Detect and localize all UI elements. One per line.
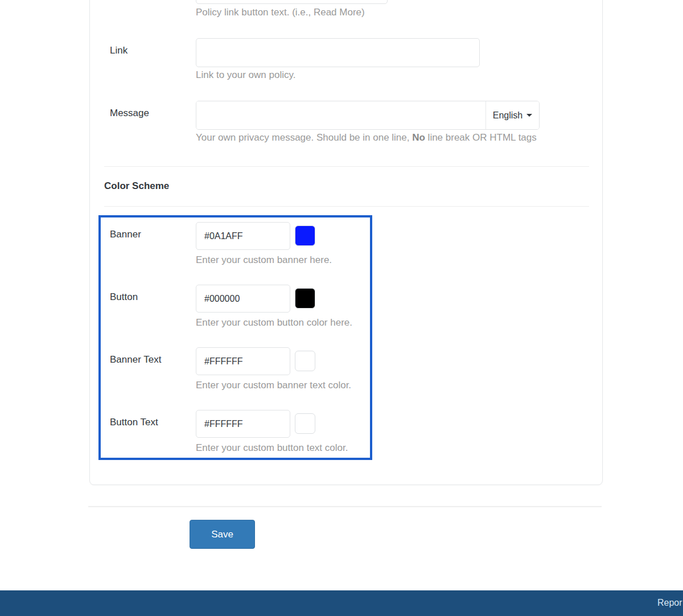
settings-page: Policy link button text. (i.e., Read Mor… <box>0 0 683 616</box>
message-input[interactable] <box>196 101 485 129</box>
save-button[interactable]: Save <box>190 520 255 549</box>
message-field-label: Message <box>110 107 149 120</box>
button-color-input[interactable] <box>196 285 290 313</box>
link-input[interactable] <box>196 38 480 67</box>
settings-card: Policy link button text. (i.e., Read Mor… <box>89 0 603 485</box>
message-help-bold: No <box>412 132 425 143</box>
caret-down-icon <box>526 114 532 117</box>
footer-bar: Repor <box>0 590 683 616</box>
banner-color-input[interactable] <box>196 222 290 250</box>
banner-color-swatch[interactable] <box>295 225 315 246</box>
color-scheme-heading: Color Scheme <box>104 180 169 192</box>
banner-color-label: Banner <box>110 228 141 241</box>
message-help-suffix: line break OR HTML tags <box>425 132 537 143</box>
link-field-label: Link <box>110 44 127 57</box>
language-dropdown-label: English <box>493 110 522 121</box>
policy-button-text-help: Policy link button text. (i.e., Read Mor… <box>196 6 365 19</box>
button-text-color-input[interactable] <box>196 410 290 438</box>
banner-text-color-swatch[interactable] <box>295 351 315 371</box>
page-divider <box>88 506 602 508</box>
section-divider-bottom <box>104 206 589 207</box>
banner-color-help: Enter your custom banner here. <box>196 254 332 266</box>
policy-button-text-input[interactable] <box>196 0 388 4</box>
button-text-color-label: Button Text <box>110 416 158 429</box>
message-input-group: English <box>196 101 540 130</box>
footer-report-link[interactable]: Repor <box>657 598 682 608</box>
message-help-prefix: Your own privacy message. Should be in o… <box>196 132 412 143</box>
button-text-color-help: Enter your custom button text color. <box>196 442 348 454</box>
message-field-help: Your own privacy message. Should be in o… <box>196 132 537 144</box>
button-text-color-swatch[interactable] <box>295 413 315 434</box>
link-field-help: Link to your own policy. <box>196 69 295 81</box>
banner-text-color-input[interactable] <box>196 347 290 375</box>
banner-text-color-help: Enter your custom banner text color. <box>196 379 351 392</box>
button-color-help: Enter your custom button color here. <box>196 317 352 329</box>
language-dropdown-button[interactable]: English <box>485 101 539 129</box>
section-divider-top <box>104 166 589 167</box>
banner-text-color-label: Banner Text <box>110 354 161 366</box>
button-color-label: Button <box>110 291 138 303</box>
button-color-swatch[interactable] <box>295 288 315 309</box>
